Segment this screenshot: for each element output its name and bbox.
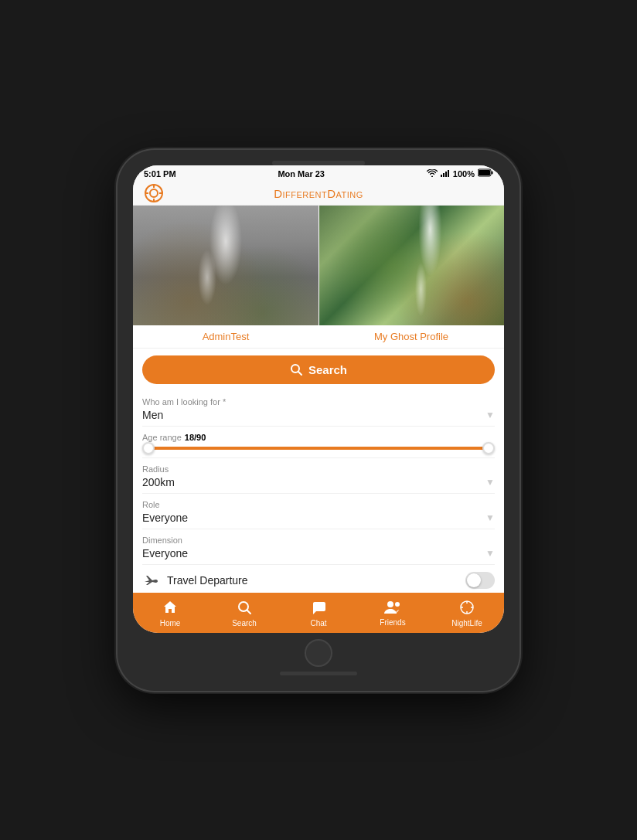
role-arrow: ▼ [485,512,495,523]
battery-cell [478,168,493,179]
filter-role[interactable]: Role Everyone ▼ [142,494,495,529]
age-range-values: 18/90 [185,433,206,442]
age-range-label: Age range [142,433,182,442]
radius-arrow: ▼ [485,477,495,488]
svg-rect-0 [441,175,442,177]
profile-name-left[interactable]: AdminTest [133,325,318,348]
radius-label: Radius [142,464,495,474]
device-frame: 5:01 PM Mon Mar 23 [118,150,519,691]
travel-departure-label: Travel Departure [167,574,465,587]
dimension-arrow: ▼ [485,548,495,559]
filter-radius[interactable]: Radius 200km ▼ [142,458,495,494]
photo-right-image [319,206,505,325]
home-button[interactable] [305,639,332,667]
search-icon [237,600,252,617]
app-header: DifferentDating [133,182,504,206]
nav-nightlife[interactable]: NightLife [430,593,504,633]
filter-looking-for[interactable]: Who am I looking for * Men ▼ [142,391,495,427]
device-bar [280,672,357,675]
svg-rect-3 [448,170,449,177]
photo-left-image [133,206,318,325]
radius-value: 200km [142,476,175,488]
svg-rect-1 [443,173,445,177]
profile-names: AdminTest My Ghost Profile [133,325,504,349]
age-slider-fill [149,447,488,450]
nav-chat[interactable]: Chat [281,593,356,633]
friends-icon [384,600,401,617]
svg-point-22 [395,602,400,607]
search-btn-wrapper: Search [133,349,504,391]
filter-age-range: Age range 18/90 [142,427,495,458]
dimension-value: Everyone [142,547,188,559]
bottom-nav: Home Search Chat [133,593,504,633]
status-time: 5:01 PM [144,169,176,179]
status-bar: 5:01 PM Mon Mar 23 [133,165,504,182]
filter-form: Who am I looking for * Men ▼ Age range 1… [133,391,504,593]
search-button-label: Search [308,363,347,376]
photo-right[interactable] [319,206,505,325]
svg-point-21 [387,601,393,607]
nav-chat-label: Chat [310,619,326,627]
photo-left[interactable] [133,206,319,325]
svg-rect-5 [491,172,492,175]
age-slider-track[interactable] [142,447,495,450]
screen: 5:01 PM Mon Mar 23 [133,165,504,633]
status-icons: 100% [427,168,493,179]
nav-search-label: Search [232,619,257,627]
nav-nightlife-label: NightLife [451,619,482,627]
nav-search[interactable]: Search [207,593,281,633]
looking-for-label: Who am I looking for * [142,397,495,406]
svg-line-20 [247,610,251,614]
looking-for-arrow: ▼ [485,410,495,420]
signal-icon [441,169,450,179]
toggle-travel: Travel Departure [142,565,495,593]
dimension-label: Dimension [142,536,495,545]
role-label: Role [142,500,495,509]
search-button[interactable]: Search [142,355,495,384]
profile-name-right[interactable]: My Ghost Profile [318,325,504,348]
looking-for-value: Men [142,409,163,421]
nav-friends-label: Friends [380,618,405,627]
svg-rect-6 [479,170,490,175]
role-value: Everyone [142,512,188,524]
chat-icon [311,600,326,617]
svg-line-14 [298,372,301,375]
wifi-icon [427,169,438,179]
filter-dimension[interactable]: Dimension Everyone ▼ [142,529,495,565]
device-bottom [280,639,357,675]
nightlife-icon [459,600,475,617]
battery-icon: 100% [453,169,475,179]
plane-icon [142,572,159,589]
age-slider-min[interactable] [142,442,155,454]
age-slider-max[interactable] [482,442,495,454]
travel-toggle-switch[interactable] [465,572,495,589]
photo-grid [133,206,504,325]
svg-rect-2 [445,172,447,177]
app-logo-icon[interactable] [144,183,164,203]
svg-point-8 [150,189,158,197]
nav-friends[interactable]: Friends [356,593,430,633]
nav-home[interactable]: Home [133,593,207,633]
status-date: Mon Mar 23 [278,169,325,179]
home-icon [162,600,178,617]
nav-home-label: Home [160,619,181,627]
app-title: DifferentDating [274,187,363,200]
